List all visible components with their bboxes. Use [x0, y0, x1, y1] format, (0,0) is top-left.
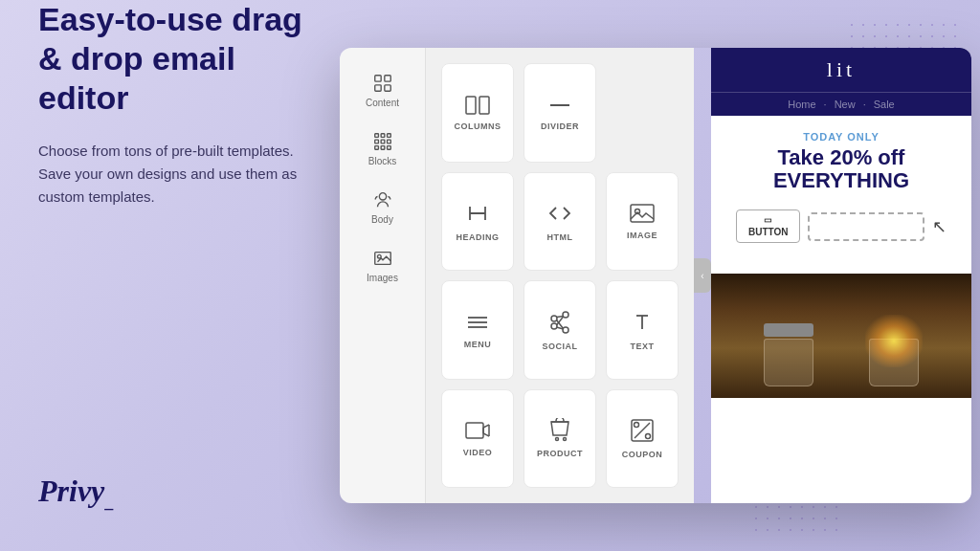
- block-divider[interactable]: DIVIDER: [523, 63, 596, 163]
- collapse-icon: ‹: [701, 271, 703, 281]
- block-html[interactable]: HTML: [523, 172, 596, 272]
- html-icon: [546, 200, 573, 227]
- nav-sep-1: ·: [824, 99, 827, 110]
- svg-rect-10: [374, 146, 378, 150]
- cursor-icon: ↖: [932, 216, 947, 237]
- left-panel: Easy-to-use drag & drop email editor Cho…: [38, 0, 306, 551]
- video-icon: [464, 419, 491, 442]
- block-coupon-label: COUPON: [622, 450, 663, 459]
- heading-icon: [464, 200, 491, 227]
- sidebar-blocks-label: Blocks: [368, 156, 396, 166]
- jar-body: [764, 339, 813, 386]
- svg-point-43: [564, 438, 567, 441]
- svg-rect-11: [381, 146, 385, 150]
- block-video[interactable]: VIDEO: [441, 389, 514, 489]
- block-product[interactable]: PRODUCT: [523, 389, 596, 489]
- sidebar: Content Blocks: [340, 48, 426, 503]
- button-drop-zone: [808, 212, 924, 241]
- svg-rect-9: [387, 140, 390, 143]
- nav-sale: Sale: [874, 99, 895, 110]
- block-product-label: PRODUCT: [537, 449, 583, 458]
- svg-line-39: [483, 433, 489, 436]
- menu-icon: [464, 311, 491, 334]
- svg-rect-17: [479, 97, 489, 114]
- preview-body: TODAY ONLY Take 20% offEVERYTHING ▭ BUTT…: [711, 116, 971, 274]
- button-icon-preview: ▭: [748, 215, 788, 225]
- columns-icon: [464, 95, 491, 116]
- button-label-preview: BUTTON: [748, 227, 788, 237]
- sidebar-item-body[interactable]: Body: [345, 180, 421, 234]
- svg-line-46: [635, 423, 650, 438]
- nav-new: New: [835, 99, 856, 110]
- block-heading-label: HEADING: [456, 232, 499, 242]
- block-text-label: TEXT: [630, 342, 654, 351]
- preview-logo: lit: [726, 57, 956, 82]
- block-columns-label: COLUMNS: [455, 121, 501, 131]
- svg-point-32: [551, 323, 557, 329]
- subtext: Choose from tons of pre-built templates.…: [38, 140, 306, 209]
- nav-sep-2: ·: [863, 99, 866, 110]
- svg-point-15: [377, 254, 381, 258]
- email-preview: lit Home · New · Sale TODAY ONLY Take 20…: [711, 48, 971, 503]
- sidebar-content-label: Content: [366, 98, 399, 108]
- block-coupon[interactable]: COUPON: [606, 389, 679, 489]
- svg-point-44: [635, 423, 639, 428]
- privy-logo: Privy_: [38, 474, 113, 513]
- sidebar-item-blocks[interactable]: Blocks: [345, 121, 421, 176]
- preview-image: [711, 274, 971, 398]
- editor-area: Content Blocks: [340, 48, 971, 503]
- candle-bg: [711, 274, 971, 398]
- block-html-label: HTML: [547, 232, 573, 242]
- coupon-icon: [629, 417, 656, 444]
- headline: Easy-to-use drag & drop email editor: [38, 0, 306, 117]
- social-icon: [546, 309, 573, 336]
- svg-point-45: [646, 434, 651, 439]
- sidebar-images-label: Images: [367, 273, 398, 283]
- svg-rect-7: [374, 140, 378, 143]
- preview-header: lit: [711, 48, 971, 92]
- block-text[interactable]: TEXT: [606, 280, 679, 380]
- svg-rect-37: [466, 423, 483, 438]
- divider-icon: [546, 95, 573, 116]
- svg-rect-12: [387, 146, 390, 150]
- block-social[interactable]: SOCIAL: [523, 280, 596, 380]
- svg-rect-0: [374, 76, 380, 81]
- block-image-label: IMAGE: [627, 231, 657, 240]
- body-icon: [372, 189, 393, 210]
- svg-rect-2: [374, 85, 380, 91]
- svg-rect-16: [466, 97, 476, 114]
- svg-rect-8: [381, 140, 385, 143]
- blocks-icon: [372, 131, 393, 152]
- block-columns[interactable]: COLUMNS: [441, 63, 514, 163]
- sidebar-item-images[interactable]: Images: [345, 238, 421, 293]
- svg-rect-4: [374, 134, 378, 138]
- content-panel: COLUMNS DIVIDER HEADING: [426, 48, 694, 503]
- preview-nav: Home · New · Sale: [711, 92, 971, 116]
- image-icon: [629, 202, 656, 225]
- svg-rect-22: [631, 205, 654, 222]
- block-heading[interactable]: HEADING: [441, 172, 514, 272]
- content-icon: [372, 73, 393, 94]
- svg-line-38: [483, 425, 489, 428]
- block-social-label: SOCIAL: [542, 342, 577, 351]
- text-icon: [629, 309, 656, 336]
- svg-rect-1: [384, 76, 390, 81]
- button-block-preview: ▭ BUTTON: [736, 209, 800, 243]
- candle-jar-right: [869, 339, 919, 386]
- flame-glow: [865, 315, 923, 367]
- block-video-label: VIDEO: [463, 448, 493, 457]
- block-image[interactable]: IMAGE: [606, 172, 679, 272]
- svg-point-13: [379, 193, 386, 200]
- svg-rect-5: [381, 134, 385, 138]
- nav-home: Home: [788, 99, 815, 110]
- promo-title: Take 20% offEVERYTHING: [726, 146, 956, 192]
- collapse-panel-button[interactable]: ‹: [694, 258, 711, 293]
- images-icon: [372, 248, 393, 269]
- block-menu-label: MENU: [464, 340, 492, 349]
- sidebar-item-content[interactable]: Content: [345, 63, 421, 118]
- svg-rect-6: [387, 134, 390, 138]
- block-menu[interactable]: MENU: [441, 280, 514, 380]
- block-divider-label: DIVIDER: [541, 121, 579, 131]
- jar-lid: [764, 323, 813, 337]
- svg-point-42: [556, 438, 559, 441]
